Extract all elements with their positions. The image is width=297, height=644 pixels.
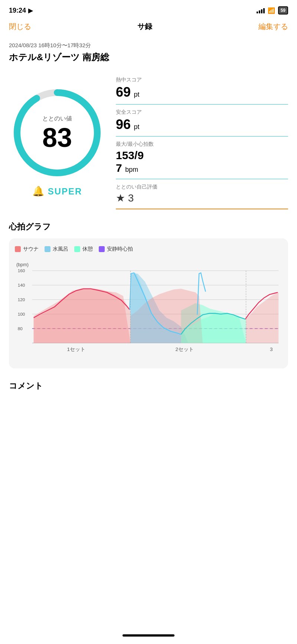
circle-area: ととのい値 83 🔔 SUPER [9, 84, 105, 197]
hr-item: 最大/最小心拍数 153/9 7 bpm [116, 136, 288, 179]
legend-label-sauna: サウナ [23, 246, 39, 252]
safe-score-unit: pt [134, 123, 140, 131]
safe-score-item: 安全スコア 96 pt [116, 104, 288, 137]
safe-score-label: 安全スコア [116, 109, 288, 116]
svg-marker-19 [34, 288, 131, 343]
circle-inner: ととのい値 83 [42, 115, 72, 151]
signal-icon [257, 7, 265, 13]
graph-svg: (bpm) 160 140 120 100 80 [15, 258, 282, 363]
nav-bar: 閉じる サ録 編集する [0, 19, 297, 36]
legend-dot-rest [74, 246, 80, 252]
home-indicator [123, 634, 174, 637]
edit-button[interactable]: 編集する [258, 22, 288, 32]
hr-label: 最大/最小心拍数 [116, 141, 288, 148]
close-button[interactable]: 閉じる [9, 22, 31, 32]
heat-score-label: 熱中スコア [116, 77, 288, 83]
graph-area: (bpm) 160 140 120 100 80 [15, 258, 282, 363]
legend-sauna: サウナ [15, 246, 39, 252]
heat-score-item: 熱中スコア 69 pt [116, 72, 288, 104]
legend-label-resting-hr: 安静時心拍 [107, 246, 133, 252]
graph-container: サウナ 水風呂 休憩 安静時心拍 (bpm) 160 [9, 238, 288, 368]
comment-title: コメント [9, 380, 288, 392]
battery-icon: 59 [278, 6, 288, 15]
time-display: 19:24 [9, 7, 26, 15]
circle-label: ととのい値 [42, 115, 72, 123]
hr-value-row: 153/9 [116, 149, 288, 162]
svg-text:140: 140 [18, 283, 25, 287]
graph-title: 心拍グラフ [9, 221, 288, 232]
self-eval-value: ★ 3 [116, 192, 288, 204]
self-eval-label: ととのい自己評価 [116, 184, 288, 190]
heat-score-value-row: 69 pt [116, 85, 288, 100]
heat-score-unit: pt [134, 91, 140, 98]
safe-score-value: 96 [116, 117, 131, 132]
safe-score-value-row: 96 pt [116, 117, 288, 132]
super-badge: 🔔 SUPER [9, 186, 105, 197]
legend-dot-resting-hr [99, 246, 105, 252]
status-time: 19:24 ▶ [9, 7, 33, 15]
svg-text:120: 120 [18, 297, 25, 302]
svg-text:(bpm): (bpm) [16, 262, 29, 267]
self-eval-item: ととのい自己評価 ★ 3 [116, 179, 288, 209]
hr-unit: bpm [125, 166, 138, 173]
nav-title: サ録 [137, 22, 152, 32]
location-icon: ▶ [28, 7, 33, 14]
score-section: ととのい値 83 🔔 SUPER 熱中スコア 69 pt 安全スコア [9, 72, 288, 209]
legend-dot-sauna [15, 246, 21, 252]
legend-label-rest: 休憩 [82, 246, 93, 252]
svg-text:80: 80 [18, 326, 23, 331]
status-icons: 📶 59 [257, 6, 288, 15]
comment-section: コメント [9, 377, 288, 392]
hr-value2: 7 [116, 162, 122, 174]
super-icon: 🔔 [32, 186, 44, 197]
hr-value: 153/9 [116, 149, 144, 161]
svg-text:3: 3 [270, 347, 273, 352]
hr-value2-row: 7 bpm [116, 162, 288, 174]
legend-dot-water [45, 246, 50, 252]
wifi-icon: 📶 [268, 7, 275, 14]
legend-resting-hr: 安静時心拍 [99, 246, 133, 252]
svg-text:2セット: 2セット [176, 347, 194, 352]
svg-text:100: 100 [18, 312, 25, 316]
main-content: 2024/08/23 16時10分〜17時32分 ホテル&リゾーツ 南房総 とと… [0, 36, 297, 403]
svg-marker-22 [246, 293, 279, 343]
heat-score-value: 69 [116, 84, 131, 100]
circle-value: 83 [42, 124, 72, 151]
legend-water: 水風呂 [45, 246, 68, 252]
svg-text:160: 160 [18, 268, 25, 273]
battery-level: 59 [281, 8, 285, 13]
stats-panel: 熱中スコア 69 pt 安全スコア 96 pt 最大/最小心拍数 153/9 [116, 72, 288, 209]
status-bar: 19:24 ▶ 📶 59 [0, 0, 297, 19]
svg-text:1セット: 1セット [67, 347, 86, 352]
session-place: ホテル&リゾーツ 南房総 [9, 51, 288, 63]
circle-container: ととのい値 83 [9, 84, 105, 181]
legend-rest: 休憩 [74, 246, 93, 252]
super-text: SUPER [48, 186, 82, 197]
session-date: 2024/08/23 16時10分〜17時32分 [9, 42, 288, 49]
legend-label-water: 水風呂 [53, 246, 68, 252]
graph-legend: サウナ 水風呂 休憩 安静時心拍 [15, 246, 282, 252]
